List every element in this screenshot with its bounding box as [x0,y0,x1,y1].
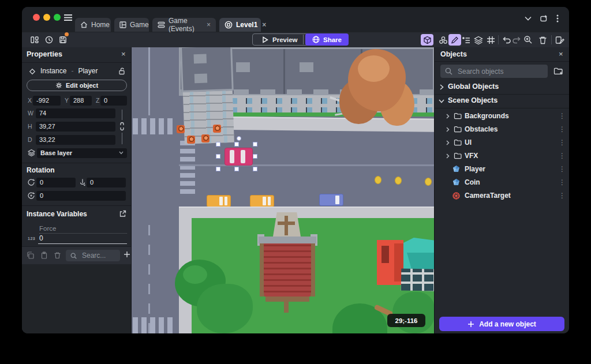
d-field[interactable]: 33,22 [36,135,115,145]
kebab-menu-icon[interactable]: ⋮ [559,165,566,173]
selection-handle[interactable] [216,154,220,159]
folder-add-icon[interactable] [553,66,563,76]
car-instance[interactable] [207,195,231,207]
variables-search-input[interactable] [81,251,115,260]
lock-open-icon[interactable] [118,67,126,75]
cone-instance[interactable] [213,125,221,133]
tab-level1[interactable]: Level1 × [219,18,261,32]
selection-handle[interactable] [253,167,257,171]
instances-list-icon[interactable] [461,34,472,46]
variable-name[interactable]: Force [39,225,56,232]
edit-object-button[interactable]: Edit object [27,80,127,91]
kebab-menu-icon[interactable]: ⋮ [559,112,566,120]
add-variable-icon[interactable] [124,251,130,258]
rotation-handle[interactable] [237,136,241,141]
objects-close-icon[interactable]: × [559,50,563,58]
green-tree[interactable] [392,292,435,333]
cone-instance[interactable] [177,125,185,133]
tree-row-cameratarget[interactable]: CameraTarget ⋮ [435,189,569,202]
section-global-objects[interactable]: Global Objects [435,81,569,93]
rotation-y-field[interactable]: 0 [87,178,126,187]
rotation-x-field[interactable]: 0 [36,178,76,187]
kebab-menu-icon[interactable]: ⋮ [559,152,566,160]
share-button[interactable]: Share [305,33,349,46]
variables-search[interactable] [66,250,120,261]
scene-properties-icon[interactable] [554,34,566,46]
selection-handle[interactable] [234,142,239,147]
selection-handle[interactable] [216,167,220,171]
tree-row-ui[interactable]: UI ⋮ [435,136,569,149]
hamburger-icon[interactable] [63,14,73,21]
trash-icon[interactable] [54,252,61,259]
close-window-button[interactable] [33,14,40,21]
grid-icon[interactable] [485,34,496,46]
cone-instance[interactable] [187,136,195,144]
objects-search[interactable] [440,65,548,78]
tree-row-backgrounds[interactable]: Backgrounds ⋮ [435,110,569,123]
selection-handle[interactable] [253,142,257,147]
autumn-tree[interactable] [339,47,414,128]
tab-close-icon[interactable]: × [207,21,211,29]
view-3d-cube-icon[interactable] [421,34,433,46]
selection-handle[interactable] [253,154,257,159]
cone-instance[interactable] [201,134,210,142]
trash-icon[interactable] [537,34,548,46]
redo-icon[interactable] [511,34,522,46]
add-new-object-button[interactable]: Add a new object [439,317,564,331]
kebab-menu-icon[interactable] [556,14,559,23]
tab-home[interactable]: Home [75,18,111,32]
edit-mode-pencil-icon[interactable] [448,34,461,46]
tree-row-vfx[interactable]: VFX ⋮ [435,149,569,163]
teal-building[interactable] [377,238,435,291]
player-car[interactable] [225,148,253,166]
restore-window-icon[interactable] [539,14,548,22]
preview-main[interactable]: Preview [256,36,303,43]
car-instance[interactable] [250,195,274,207]
selected-player-instance[interactable] [218,144,260,169]
tree-row-obstacles[interactable]: Obstacles ⋮ [435,123,569,136]
building-corner[interactable] [180,47,235,145]
layer-select[interactable]: Base layer [37,148,127,158]
kebab-menu-icon[interactable]: ⋮ [559,178,566,186]
object-group-icon[interactable] [437,34,449,46]
section-scene-objects[interactable]: Scene Objects [435,95,569,107]
minimize-window-button[interactable] [43,14,50,21]
tab-game[interactable]: Game × [114,18,149,32]
tab-game-events[interactable]: Game (Events) × [152,18,216,32]
z-field[interactable]: 0 [100,96,127,106]
layers-icon[interactable] [473,34,484,46]
kebab-menu-icon[interactable]: ⋮ [559,192,566,200]
external-link-icon[interactable] [119,210,126,217]
link-icon[interactable] [118,121,126,132]
maximize-window-button[interactable] [54,14,61,21]
coin-instance[interactable] [375,176,381,184]
variable-value-field[interactable]: 0 [39,234,43,242]
copy-icon[interactable] [27,252,34,259]
green-tree[interactable] [175,254,253,333]
scene-canvas[interactable]: 29;-116 [132,47,435,333]
y-field[interactable]: 288 [70,96,92,106]
history-icon[interactable] [43,34,55,46]
kebab-menu-icon[interactable]: ⋮ [559,125,566,133]
coin-instance[interactable] [395,177,402,185]
tree-row-coin[interactable]: Coin ⋮ [435,176,569,189]
properties-close-icon[interactable]: × [121,50,126,58]
chevron-down-icon[interactable] [525,16,532,21]
kebab-menu-icon[interactable]: ⋮ [559,138,566,147]
car-instance[interactable] [319,194,343,206]
zoom-in-icon[interactable] [522,34,534,46]
tree-row-player[interactable]: Player ⋮ [435,163,569,176]
w-field[interactable]: 74 [36,108,115,118]
coin-instance[interactable] [425,178,432,186]
save-icon[interactable] [57,34,69,46]
h-field[interactable]: 39,27 [36,122,115,132]
tab-close-icon[interactable]: × [262,21,266,29]
selection-handle[interactable] [234,167,239,171]
x-field[interactable]: -992 [33,96,61,106]
selection-handle[interactable] [216,142,220,147]
rotation-z-field[interactable]: 0 [36,191,126,201]
paste-icon[interactable] [40,252,48,259]
church-tower[interactable] [257,212,317,312]
panels-layout-icon[interactable] [29,34,40,46]
objects-search-input[interactable] [457,67,543,76]
